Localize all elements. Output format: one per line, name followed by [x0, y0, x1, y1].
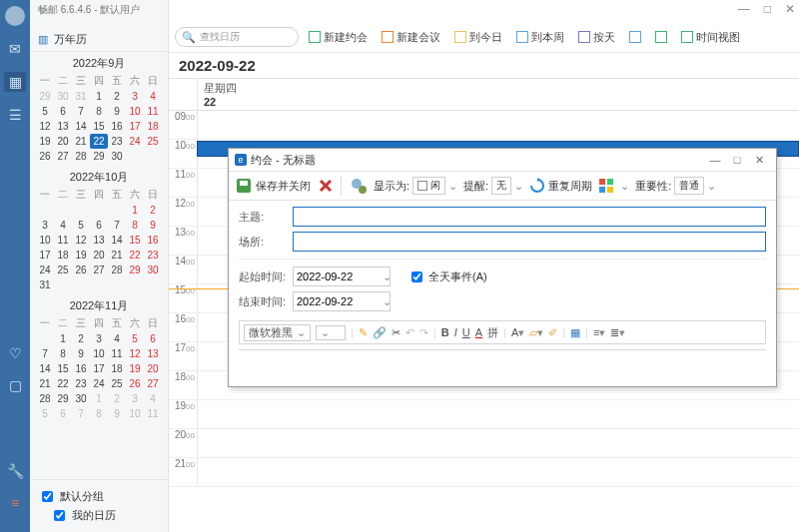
calendar-day[interactable]: 13: [90, 233, 108, 248]
calendar-day[interactable]: 30: [54, 89, 72, 104]
calendar-day[interactable]: 13: [54, 119, 72, 134]
window-max[interactable]: □: [764, 2, 771, 16]
calendar-day[interactable]: 12: [36, 119, 54, 134]
calendar-day[interactable]: 21: [108, 248, 126, 263]
redo-icon[interactable]: ↷: [419, 326, 428, 339]
time-slot[interactable]: [198, 111, 799, 139]
calendar-day[interactable]: 11: [144, 406, 162, 421]
invite-icon[interactable]: [348, 176, 368, 196]
calendar-day[interactable]: [144, 277, 162, 292]
size-select[interactable]: ⌄: [316, 325, 346, 340]
calendar-day[interactable]: 3: [36, 218, 54, 233]
calendar-day[interactable]: 23: [72, 376, 90, 391]
calendar-day[interactable]: 20: [54, 134, 72, 149]
save-close-button[interactable]: 保存并关闭: [235, 177, 311, 195]
new-meeting-button[interactable]: 新建会议: [378, 30, 444, 45]
calendar-day[interactable]: [54, 203, 72, 218]
calendar-day[interactable]: 5: [36, 104, 54, 119]
calendar-day[interactable]: 18: [144, 119, 162, 134]
contacts-icon[interactable]: ☰: [6, 106, 24, 124]
calendar-day[interactable]: 7: [108, 218, 126, 233]
wrench-icon[interactable]: 🔧: [6, 462, 24, 480]
calendar-day[interactable]: 29: [36, 89, 54, 104]
search-input[interactable]: 🔍 查找日历: [175, 27, 299, 47]
dropdown-icon[interactable]: ⌄: [448, 180, 457, 193]
calendar-day[interactable]: 1: [90, 391, 108, 406]
calendar-day[interactable]: 15: [90, 119, 108, 134]
calendar-day[interactable]: 3: [126, 391, 144, 406]
subject-input[interactable]: [293, 207, 766, 227]
list-button[interactable]: ≣▾: [610, 326, 625, 339]
calendar-day[interactable]: 2: [144, 203, 162, 218]
calendar-day[interactable]: [108, 203, 126, 218]
group-mycal-check[interactable]: [54, 510, 65, 521]
menu-icon[interactable]: ≡: [6, 494, 24, 512]
calendar-day[interactable]: 1: [90, 89, 108, 104]
calendar-day[interactable]: 10: [126, 104, 144, 119]
calendar-day[interactable]: 14: [72, 119, 90, 134]
calendar-day[interactable]: 6: [54, 406, 72, 421]
calendar-day[interactable]: 28: [108, 263, 126, 277]
dialog-min[interactable]: —: [704, 154, 726, 166]
show-as-select[interactable]: 闲: [412, 177, 445, 195]
dropdown-icon[interactable]: ⌄: [514, 180, 523, 193]
view-icon-1[interactable]: [625, 31, 645, 43]
dialog-max[interactable]: □: [726, 154, 748, 166]
clear-format-button[interactable]: ✐: [548, 326, 557, 339]
calendar-day[interactable]: 24: [36, 263, 54, 277]
calendar-day[interactable]: 26: [36, 149, 54, 164]
delete-icon[interactable]: [317, 177, 335, 195]
calendar-day[interactable]: 3: [90, 331, 108, 346]
time-slot[interactable]: [198, 429, 799, 457]
priority-select[interactable]: 普通: [674, 177, 704, 195]
calendar-day[interactable]: 22: [90, 134, 108, 149]
calendar-day[interactable]: 4: [108, 331, 126, 346]
calendar-day[interactable]: 27: [54, 149, 72, 164]
calendar-day[interactable]: 2: [108, 89, 126, 104]
calendar-day[interactable]: [90, 203, 108, 218]
all-day-checkbox[interactable]: 全天事件(A): [407, 268, 487, 285]
calendar-day[interactable]: 19: [126, 361, 144, 376]
recurrence-button[interactable]: 重复周期: [529, 178, 592, 194]
calendar-day[interactable]: 10: [36, 233, 54, 248]
calendar-day[interactable]: 4: [144, 391, 162, 406]
calendar-day[interactable]: [72, 277, 90, 292]
calendar-day[interactable]: 11: [144, 104, 162, 119]
calendar-day[interactable]: 5: [126, 331, 144, 346]
calendar-day[interactable]: 20: [90, 248, 108, 263]
calendar-day[interactable]: 9: [72, 346, 90, 361]
calendar-day[interactable]: 30: [108, 149, 126, 164]
calendar-day[interactable]: 8: [126, 218, 144, 233]
calendar-day[interactable]: 2: [72, 331, 90, 346]
calendar-day[interactable]: 17: [90, 361, 108, 376]
calendar-day[interactable]: 24: [126, 134, 144, 149]
window-min[interactable]: —: [738, 2, 750, 16]
location-input[interactable]: [293, 232, 766, 252]
calendar-day[interactable]: [54, 277, 72, 292]
dropdown-icon[interactable]: ⌄: [383, 270, 392, 283]
highlight-button[interactable]: ▱▾: [529, 326, 543, 339]
view-icon-2[interactable]: [651, 31, 671, 43]
group-mycal[interactable]: 我的日历: [38, 507, 160, 524]
calendar-day[interactable]: 29: [126, 263, 144, 277]
calendar-day[interactable]: 14: [108, 233, 126, 248]
spell-button[interactable]: 拼: [487, 325, 498, 340]
bulb-icon[interactable]: ♡: [6, 344, 24, 362]
start-date-input[interactable]: [293, 266, 391, 286]
time-slot[interactable]: [198, 400, 799, 428]
calendar-day[interactable]: 28: [72, 149, 90, 164]
calendar-day[interactable]: 29: [54, 391, 72, 406]
calendar-day[interactable]: 8: [54, 346, 72, 361]
calendar-day[interactable]: 5: [36, 406, 54, 421]
calendar-day[interactable]: 17: [126, 119, 144, 134]
calendar-day[interactable]: 23: [144, 248, 162, 263]
calendar-day[interactable]: 10: [126, 406, 144, 421]
calendar-day[interactable]: 25: [108, 376, 126, 391]
cut-icon[interactable]: ✂: [392, 326, 400, 339]
calendar-day[interactable]: [72, 203, 90, 218]
calendar-day[interactable]: 8: [90, 104, 108, 119]
calendar-day[interactable]: 20: [144, 361, 162, 376]
calendar-day[interactable]: 9: [108, 104, 126, 119]
group-default-check[interactable]: [42, 491, 53, 502]
calendar-day[interactable]: 11: [54, 233, 72, 248]
